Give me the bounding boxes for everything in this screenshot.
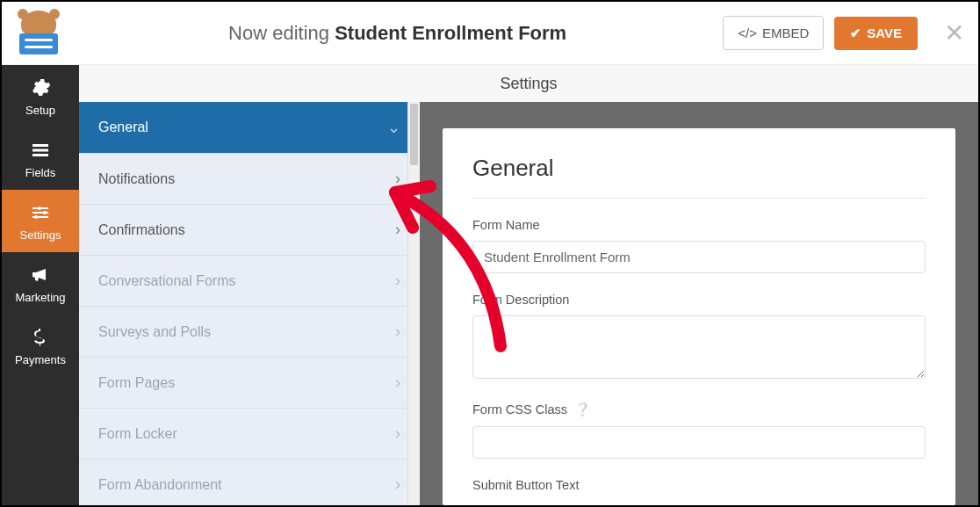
header-actions: </> EMBED ✔ SAVE ✕ bbox=[723, 16, 964, 50]
tab-label: Conversational Forms bbox=[98, 273, 236, 289]
nav-setup[interactable]: Setup bbox=[2, 65, 79, 127]
left-nav: Setup Fields Settings Marketing Payments bbox=[2, 65, 79, 505]
form-name-label: Form Name bbox=[472, 218, 926, 232]
save-button[interactable]: ✔ SAVE bbox=[834, 17, 918, 50]
tab-label: Confirmations bbox=[98, 222, 185, 238]
form-title: Student Enrollment Form bbox=[335, 22, 566, 44]
check-icon: ✔ bbox=[850, 25, 861, 41]
submit-btn-label: Submit Button Text bbox=[472, 478, 926, 492]
card-heading: General bbox=[472, 155, 926, 199]
tab-label: Notifications bbox=[98, 171, 175, 187]
svg-point-2 bbox=[34, 215, 38, 219]
embed-button[interactable]: </> EMBED bbox=[723, 16, 824, 50]
settings-panel: Settings General ⌄ Notifications › Confi… bbox=[79, 65, 978, 505]
panel-body: General ⌄ Notifications › Confirmations … bbox=[79, 102, 978, 505]
chevron-down-icon: ⌄ bbox=[387, 118, 400, 137]
tab-form-pages[interactable]: Form Pages › bbox=[79, 358, 420, 409]
nav-marketing[interactable]: Marketing bbox=[2, 252, 79, 315]
gear-icon bbox=[30, 77, 51, 98]
tab-surveys-and-polls[interactable]: Surveys and Polls › bbox=[79, 307, 420, 358]
tab-label: Form Locker bbox=[98, 426, 177, 442]
main: Setup Fields Settings Marketing Payments… bbox=[2, 65, 978, 505]
chevron-right-icon: › bbox=[395, 272, 400, 290]
close-icon[interactable]: ✕ bbox=[944, 18, 964, 47]
settings-tabs: General ⌄ Notifications › Confirmations … bbox=[79, 102, 420, 505]
tab-general[interactable]: General ⌄ bbox=[79, 102, 420, 154]
editing-prefix: Now editing bbox=[228, 22, 335, 44]
nav-settings[interactable]: Settings bbox=[2, 190, 79, 252]
tab-form-locker[interactable]: Form Locker › bbox=[79, 409, 420, 460]
code-icon: </> bbox=[738, 25, 757, 40]
chevron-right-icon: › bbox=[395, 322, 400, 341]
nav-fields[interactable]: Fields bbox=[2, 127, 79, 190]
form-css-label: Form CSS Class ❔ bbox=[472, 402, 926, 417]
tab-label: Form Pages bbox=[98, 375, 175, 391]
nav-label: Payments bbox=[15, 353, 66, 366]
content-frame: General Form Name Form Description Form … bbox=[420, 102, 978, 505]
scrollbar[interactable] bbox=[407, 102, 420, 505]
tab-form-abandonment[interactable]: Form Abandonment › bbox=[79, 460, 420, 507]
form-desc-input[interactable] bbox=[472, 315, 926, 379]
general-card: General Form Name Form Description Form … bbox=[443, 128, 955, 505]
panel-title: Settings bbox=[79, 65, 978, 102]
scrollbar-thumb[interactable] bbox=[410, 104, 418, 165]
nav-label: Marketing bbox=[15, 291, 65, 304]
chevron-right-icon: › bbox=[395, 475, 400, 494]
chevron-right-icon: › bbox=[395, 170, 400, 188]
tab-confirmations[interactable]: Confirmations › bbox=[79, 205, 420, 256]
editing-title: Now editing Student Enrollment Form bbox=[72, 22, 723, 45]
svg-point-1 bbox=[43, 211, 47, 214]
tab-label: Form Abandonment bbox=[98, 477, 222, 493]
nav-label: Setup bbox=[25, 104, 55, 117]
form-desc-label: Form Description bbox=[472, 293, 926, 307]
chevron-right-icon: › bbox=[395, 221, 400, 239]
nav-label: Settings bbox=[20, 228, 61, 242]
dollar-icon bbox=[30, 327, 51, 348]
chevron-right-icon: › bbox=[395, 424, 400, 443]
svg-point-0 bbox=[38, 206, 41, 210]
app-logo bbox=[16, 11, 61, 56]
list-icon bbox=[30, 140, 51, 161]
top-bar: Now editing Student Enrollment Form </> … bbox=[2, 2, 978, 65]
save-label: SAVE bbox=[867, 25, 902, 40]
chevron-right-icon: › bbox=[395, 373, 400, 392]
form-css-input[interactable] bbox=[472, 426, 926, 459]
tab-label: General bbox=[98, 120, 148, 135]
nav-payments[interactable]: Payments bbox=[2, 315, 79, 377]
bullhorn-icon bbox=[30, 264, 51, 286]
help-icon[interactable]: ❔ bbox=[574, 402, 591, 417]
sliders-icon bbox=[30, 202, 51, 223]
form-name-input[interactable] bbox=[472, 241, 926, 273]
embed-label: EMBED bbox=[762, 25, 809, 40]
tab-notifications[interactable]: Notifications › bbox=[79, 154, 420, 205]
tab-label: Surveys and Polls bbox=[98, 324, 211, 340]
tab-conversational-forms[interactable]: Conversational Forms › bbox=[79, 256, 420, 307]
nav-label: Fields bbox=[25, 166, 56, 179]
